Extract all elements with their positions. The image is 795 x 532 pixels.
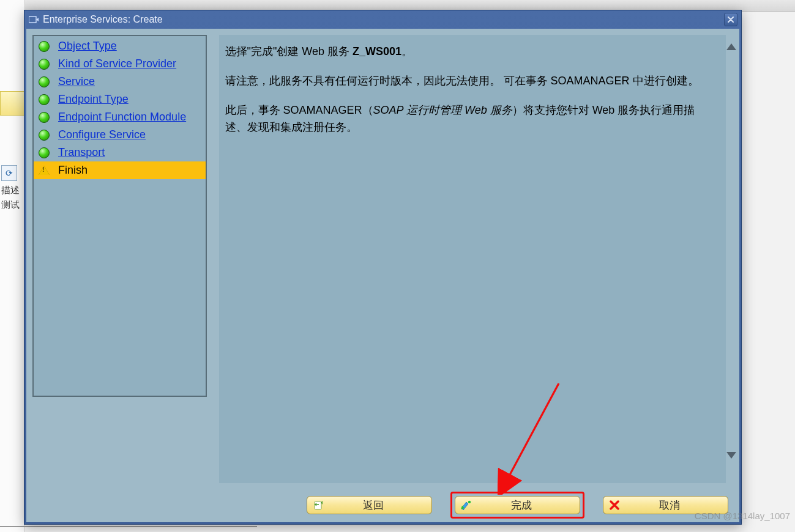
status-complete-icon	[39, 130, 50, 141]
button-label: 返回	[327, 498, 431, 512]
wizard-step-finish[interactable]: Finish	[34, 161, 206, 179]
dialog-button-bar: 返回 完成	[26, 488, 739, 522]
close-button[interactable]	[724, 13, 737, 26]
wizard-step-label: Service	[58, 75, 95, 88]
wizard-step-endpoint-function-module[interactable]: Endpoint Function Module	[34, 108, 206, 126]
wizard-step-label: Endpoint Function Module	[58, 111, 186, 124]
wizard-step-label: Configure Service	[58, 128, 146, 141]
wizard-step-object-type[interactable]: Object Type	[34, 37, 206, 55]
wizard-step-configure-service[interactable]: Configure Service	[34, 126, 206, 144]
info-text: 。	[401, 45, 412, 57]
button-label: 取消	[623, 498, 728, 512]
refresh-icon[interactable]: ⟳	[1, 165, 17, 181]
info-text: 此后，事务 SOAMANAGER（	[225, 104, 373, 116]
annotation-highlight: 完成	[450, 492, 584, 519]
wizard-step-list: Object Type Kind of Service Provider Ser…	[32, 35, 207, 397]
info-text: 选择"完成"创建 Web 服务	[225, 45, 353, 57]
background-label-1: 描述	[1, 185, 20, 196]
wizard-step-label: Endpoint Type	[58, 93, 129, 106]
status-complete-icon	[39, 112, 50, 123]
button-label: 完成	[475, 498, 580, 512]
scroll-down-icon[interactable]	[726, 452, 736, 459]
dialog-title-icon	[28, 15, 39, 24]
wizard-step-label: Transport	[58, 146, 105, 159]
background-divider	[0, 526, 257, 527]
dialog-body: Object Type Kind of Service Provider Ser…	[26, 29, 739, 522]
background-side-area	[0, 0, 25, 532]
svg-rect-0	[29, 17, 36, 23]
info-paragraph-2: 请注意，此服务不具有任何运行时版本，因此无法使用。 可在事务 SOAMANAGE…	[225, 73, 713, 90]
wizard-step-transport[interactable]: Transport	[34, 144, 206, 161]
dialog-titlebar: Enterprise Services: Create	[24, 10, 741, 29]
scroll-up-icon[interactable]	[726, 43, 736, 50]
create-enterprise-service-dialog: Enterprise Services: Create Object Type …	[24, 10, 742, 525]
info-text-italic: SOAP 运行时管理 Web 服务	[373, 104, 512, 116]
wizard-step-label: Kind of Service Provider	[58, 57, 176, 70]
web-service-name: Z_WS001	[353, 45, 401, 57]
wizard-info-panel: 选择"完成"创建 Web 服务 Z_WS001。 请注意，此服务不具有任何运行时…	[219, 35, 726, 483]
svg-point-3	[468, 501, 471, 503]
dialog-title: Enterprise Services: Create	[43, 14, 163, 25]
background-highlight-row	[0, 91, 24, 116]
background-label-2: 测试	[1, 199, 20, 211]
info-paragraph-1: 选择"完成"创建 Web 服务 Z_WS001。	[225, 43, 713, 61]
wizard-step-label: Object Type	[58, 40, 117, 53]
wizard-step-service[interactable]: Service	[34, 73, 206, 91]
status-complete-icon	[39, 94, 50, 105]
status-complete-icon	[39, 59, 50, 70]
status-complete-icon	[39, 147, 50, 158]
status-warning-icon	[39, 166, 50, 175]
back-icon	[312, 499, 324, 511]
finish-button[interactable]: 完成	[455, 496, 580, 514]
wizard-step-kind-of-service-provider[interactable]: Kind of Service Provider	[34, 55, 206, 73]
cancel-button[interactable]: 取消	[603, 496, 728, 514]
wizard-step-label: Finish	[58, 164, 88, 177]
cancel-icon	[608, 499, 621, 511]
status-complete-icon	[39, 76, 50, 87]
status-complete-icon	[39, 41, 50, 52]
finish-icon	[460, 499, 472, 511]
wizard-step-endpoint-type[interactable]: Endpoint Type	[34, 91, 206, 108]
info-paragraph-3: 此后，事务 SOAMANAGER（SOAP 运行时管理 Web 服务）将支持您针…	[225, 102, 713, 136]
back-button[interactable]: 返回	[307, 496, 432, 514]
vertical-scrollbar[interactable]	[726, 35, 737, 483]
